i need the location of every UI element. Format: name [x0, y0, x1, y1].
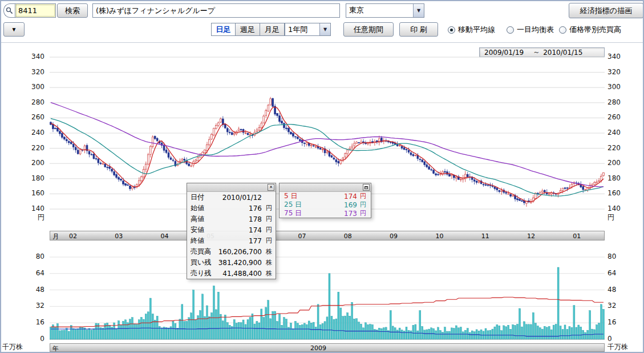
tab-weekly[interactable]: 週足 — [236, 23, 260, 36]
right-volume-axis-tick: 32 — [607, 302, 616, 310]
legend-label: 75 日 — [284, 208, 310, 218]
legend-row: 75 日173円 — [280, 209, 371, 218]
month-label: 11 — [477, 232, 493, 240]
company-name-field[interactable] — [92, 3, 340, 18]
year-value: 2009 — [301, 344, 335, 352]
month-label: 08 — [340, 232, 356, 240]
exchange-value: 東京 — [346, 4, 413, 17]
custom-period-button[interactable]: 任意期間 — [343, 22, 394, 37]
economic-indicator-button[interactable]: 経済指標の描画 — [569, 3, 643, 18]
volume-axis-unit-right: 千万株 — [607, 342, 628, 352]
tooltip-value: 178 — [218, 215, 262, 223]
ohlc-tooltip-window[interactable]: ✕ 日付2010/01/12 始値176円 高値178円 安値174円 終値17… — [187, 183, 276, 279]
left-price-axis-tick: 260 — [1, 113, 44, 121]
tooltip-unit: 円 — [262, 226, 272, 234]
right-price-axis-tick: 180 — [607, 174, 621, 182]
right-volume-axis-tick: 64 — [607, 269, 616, 277]
volume-axis-unit-left: 千万株 — [2, 342, 44, 352]
tooltip-label: 買い残 — [191, 258, 218, 267]
tab-monthly[interactable]: 月足 — [260, 23, 285, 36]
stock-chart-app: 検索 東京 ▼ 経済指標の描画 ▼ 日足 週足 月足 1年間 ▼ 任意期間 印 … — [0, 0, 644, 353]
right-price-axis-tick: 220 — [607, 144, 621, 152]
legend-row: 5 日174円 — [280, 192, 371, 200]
radio-selected-icon — [448, 26, 455, 34]
right-price-axis-tick: 140 — [607, 204, 621, 212]
tooltip-row: 終値177円 — [187, 235, 276, 246]
chevron-down-icon[interactable]: ▼ — [319, 23, 330, 35]
legend-row: 25 日169円 — [280, 200, 371, 209]
month-label: 02 — [65, 232, 81, 240]
legend-title-bar[interactable] — [280, 183, 371, 192]
left-price-axis-tick: 200 — [1, 159, 44, 167]
tooltip-unit: 円 — [262, 204, 272, 212]
tooltip-unit: 円 — [262, 215, 272, 223]
right-volume-axis-tick: 0 — [607, 335, 612, 343]
radio-moving-average[interactable]: 移動平均線 — [448, 25, 495, 35]
legend-unit: 円 — [357, 192, 366, 200]
radio-unselected-icon — [507, 26, 514, 34]
radio-label: 移動平均線 — [458, 25, 495, 35]
tooltip-title-bar[interactable]: ✕ — [187, 183, 276, 192]
right-price-axis-tick: 160 — [607, 189, 621, 197]
chart-type-tabs: 日足 週足 月足 — [211, 23, 285, 36]
tooltip-row: 日付2010/01/12 — [187, 192, 276, 203]
tooltip-unit: 円 — [262, 236, 272, 245]
month-axis-unit: 月 — [52, 232, 59, 241]
tooltip-row: 売り残41,488,400株 — [187, 268, 276, 279]
price-axis-unit-right: 円 — [607, 212, 614, 222]
month-label: 09 — [386, 232, 402, 240]
tooltip-row: 高値178円 — [187, 214, 276, 224]
radio-price-volume[interactable]: 価格帯別売買高 — [559, 25, 621, 35]
print-button[interactable]: 印 刷 — [399, 22, 438, 37]
month-label: 01 — [569, 232, 585, 240]
left-volume-axis-tick: 32 — [1, 302, 44, 310]
legend-unit: 円 — [357, 200, 366, 209]
right-volume-axis-tick: 48 — [607, 286, 616, 294]
left-volume-axis-tick: 64 — [1, 269, 44, 277]
search-icon — [3, 3, 15, 18]
legend-value: 173 — [310, 210, 357, 218]
tooltip-label: 安値 — [191, 225, 218, 235]
right-price-axis-tick: 300 — [607, 83, 621, 91]
left-volume-axis-tick: 16 — [1, 318, 44, 326]
tooltip-label: 売り残 — [191, 268, 218, 278]
tooltip-value: 41,488,400 — [218, 270, 262, 278]
ma-legend-window[interactable]: 5 日174円 25 日169円 75 日173円 — [279, 183, 371, 218]
left-price-axis-tick: 140 — [1, 204, 44, 212]
left-price-axis-tick: 180 — [1, 174, 44, 182]
tooltip-row: 売買高160,206,700株 — [187, 246, 276, 257]
minimize-icon[interactable] — [363, 184, 370, 191]
radio-label: 一目均衡表 — [517, 25, 554, 35]
exchange-select[interactable]: 東京 ▼ — [346, 3, 424, 18]
left-volume-axis-tick: 48 — [1, 286, 44, 294]
left-price-axis-tick: 320 — [1, 68, 44, 76]
tooltip-label: 売買高 — [191, 247, 218, 256]
left-price-axis-tick: 340 — [1, 53, 44, 61]
tooltip-row: 買い残381,420,900株 — [187, 257, 276, 268]
tooltip-label: 日付 — [191, 192, 218, 202]
price-axis-unit-left: 円 — [1, 212, 44, 222]
search-button[interactable]: 検索 — [57, 3, 88, 18]
dropdown-arrow-button[interactable]: ▼ — [3, 22, 25, 37]
tooltip-value: 174 — [218, 226, 262, 234]
right-price-axis-tick: 200 — [607, 159, 621, 167]
chart-region-divider — [1, 42, 643, 43]
radio-label: 価格帯別売買高 — [569, 25, 621, 35]
right-price-axis-tick: 260 — [607, 113, 621, 121]
stock-code-input[interactable] — [15, 3, 56, 18]
chevron-down-icon[interactable]: ▼ — [413, 4, 424, 17]
radio-unselected-icon — [559, 26, 566, 34]
close-icon[interactable]: ✕ — [268, 184, 274, 191]
right-volume-axis-tick: 16 — [607, 318, 616, 326]
year-axis: 年 2009 — [50, 343, 605, 352]
month-label: 03 — [111, 232, 127, 240]
volume-chart[interactable] — [50, 244, 605, 344]
tooltip-value: 381,420,900 — [218, 259, 262, 267]
tooltip-unit: 株 — [262, 247, 272, 256]
tab-daily[interactable]: 日足 — [211, 23, 236, 36]
radio-ichimoku[interactable]: 一目均衡表 — [507, 25, 554, 35]
month-label: 12 — [523, 232, 539, 240]
period-select[interactable]: 1年間 ▼ — [285, 23, 331, 36]
tooltip-unit: 株 — [262, 258, 272, 267]
period-value: 1年間 — [285, 23, 319, 35]
